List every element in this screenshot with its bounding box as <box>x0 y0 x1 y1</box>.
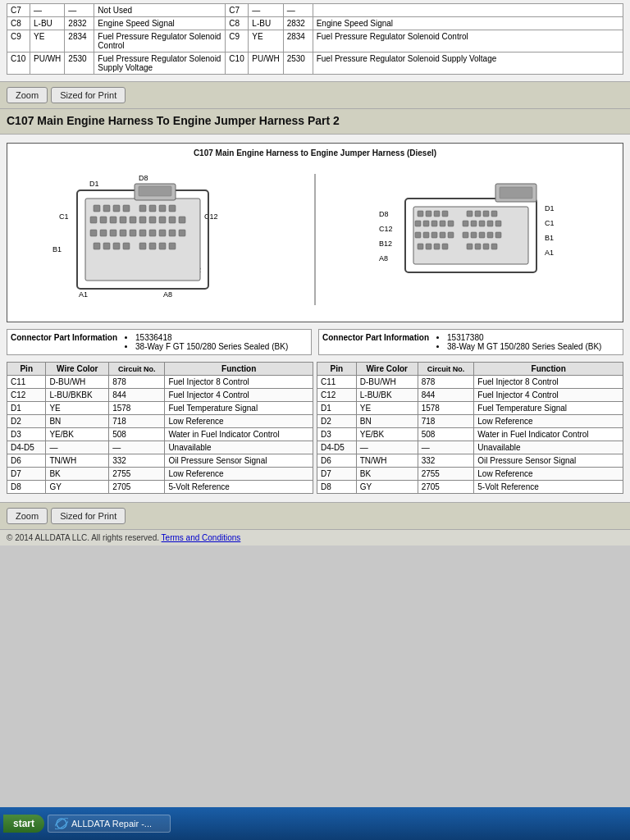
svg-rect-25 <box>159 217 166 223</box>
table-row: D6 TN/WH 332 Oil Pressure Sensor Signal <box>317 454 623 468</box>
svg-rect-18 <box>90 217 97 223</box>
svg-rect-33 <box>139 230 146 236</box>
circuit-header-left: Circuit No. <box>109 363 165 376</box>
top-table-section: C7 — — Not Used C7 — — C8 L-BU 2832 Engi… <box>0 0 630 82</box>
svg-rect-70 <box>448 221 454 226</box>
svg-text:B1: B1 <box>52 245 62 253</box>
svg-rect-15 <box>149 205 156 212</box>
terms-link[interactable]: Terms and Conditions <box>162 533 241 542</box>
svg-text:A8: A8 <box>163 290 172 299</box>
svg-rect-92 <box>483 244 489 249</box>
svg-rect-11 <box>103 205 110 212</box>
svg-rect-85 <box>495 232 501 238</box>
sized-for-print-button-top[interactable]: Sized for Print <box>51 87 126 103</box>
svg-rect-88 <box>434 244 440 249</box>
wire-color-header-left: Wire Color <box>46 363 109 376</box>
main-content: C107 Main Engine Harness to Engine Jumpe… <box>0 135 630 502</box>
svg-rect-78 <box>431 232 437 238</box>
svg-text:B12: B12 <box>379 240 392 248</box>
page-title: C107 Main Engine Harness To Engine Jumpe… <box>0 109 630 135</box>
svg-rect-42 <box>139 243 146 249</box>
svg-rect-14 <box>139 205 146 212</box>
left-data-table-container: Pin Wire Color Circuit No. Function C11 … <box>7 362 313 494</box>
circuit-header-right: Circuit No. <box>418 363 474 376</box>
svg-text:A8: A8 <box>379 254 388 262</box>
svg-rect-86 <box>418 244 423 249</box>
svg-rect-68 <box>431 221 437 226</box>
table-row: C7 — — Not Used C7 — — <box>7 4 623 17</box>
svg-rect-74 <box>487 221 493 226</box>
svg-rect-43 <box>149 243 156 249</box>
svg-text:C12: C12 <box>379 225 393 233</box>
svg-rect-64 <box>483 211 489 217</box>
svg-rect-38 <box>94 243 100 249</box>
svg-text:B1: B1 <box>545 234 554 242</box>
copyright-text: © 2014 ALLDATA LLC. All rights reserved. <box>7 533 159 542</box>
left-connector-diagram: D1 D8 C1 C12 B1 B12 A1 A8 <box>44 166 258 313</box>
svg-rect-75 <box>495 221 501 226</box>
svg-rect-77 <box>423 232 429 238</box>
svg-rect-16 <box>159 205 166 212</box>
svg-rect-60 <box>434 211 440 217</box>
left-connector-info: Connector Part Information 15336418 38-W… <box>7 329 312 355</box>
table-row: D6 TN/WH 332 Oil Pressure Sensor Signal <box>7 454 313 468</box>
svg-rect-72 <box>471 221 477 226</box>
svg-rect-41 <box>123 243 130 249</box>
svg-text:C12: C12 <box>204 212 218 221</box>
svg-rect-24 <box>149 217 156 223</box>
function-header-right: Function <box>474 363 623 376</box>
left-connector-info-list: 15336418 38-Way F GT 150/280 Series Seal… <box>124 333 288 351</box>
pin-header-right: Pin <box>317 363 357 376</box>
svg-rect-84 <box>487 232 493 238</box>
ie-taskbar-item[interactable]: ALLDATA Repair -... <box>48 815 171 833</box>
right-data-table: Pin Wire Color Circuit No. Function C11 … <box>317 362 623 494</box>
svg-rect-21 <box>120 217 126 223</box>
top-toolbar: Zoom Sized for Print <box>0 82 630 109</box>
right-connector-info: Connector Part Information 15317380 38-W… <box>318 329 623 355</box>
sized-for-print-button-bottom[interactable]: Sized for Print <box>51 508 126 524</box>
left-connector-info-label: Connector Part Information <box>11 333 117 351</box>
svg-rect-10 <box>94 205 100 212</box>
ie-icon <box>55 817 68 830</box>
svg-rect-12 <box>113 205 120 212</box>
bottom-toolbar: Zoom Sized for Print <box>0 502 630 530</box>
svg-rect-73 <box>479 221 485 226</box>
table-row: C11 D-BU/WH 878 Fuel Injector 8 Control <box>7 376 313 389</box>
two-col-tables: Pin Wire Color Circuit No. Function C11 … <box>7 362 623 494</box>
svg-rect-36 <box>169 230 176 236</box>
svg-rect-23 <box>139 217 146 223</box>
ie-label: ALLDATA Repair -... <box>71 819 152 829</box>
svg-rect-71 <box>463 221 468 226</box>
right-connector-info-label: Connector Part Information <box>322 333 429 351</box>
right-data-table-container: Pin Wire Color Circuit No. Function C11 … <box>317 362 623 494</box>
table-row: D8 GY 2705 5-Volt Reference <box>7 481 313 494</box>
svg-rect-17 <box>169 205 176 212</box>
svg-rect-20 <box>110 217 116 223</box>
right-connector-info-list: 15317380 38-Way M GT 150/280 Series Seal… <box>436 333 601 351</box>
table-row: D1 YE 1578 Fuel Temperature Signal <box>317 402 623 415</box>
connector-info-row: Connector Part Information 15336418 38-W… <box>7 329 623 355</box>
svg-rect-28 <box>90 230 97 236</box>
svg-text:A1: A1 <box>545 249 554 257</box>
svg-text:C1: C1 <box>545 219 555 227</box>
diagram-title: C107 Main Engine Harness to Engine Jumpe… <box>12 148 618 158</box>
zoom-button-bottom[interactable]: Zoom <box>7 508 48 524</box>
zoom-button-top[interactable]: Zoom <box>7 87 48 103</box>
svg-rect-90 <box>467 244 472 249</box>
footer: © 2014 ALLDATA LLC. All rights reserved.… <box>0 530 630 546</box>
function-header-left: Function <box>165 363 313 376</box>
left-data-table: Pin Wire Color Circuit No. Function C11 … <box>7 362 313 494</box>
table-header-row: Pin Wire Color Circuit No. Function <box>317 363 623 376</box>
table-header-row: Pin Wire Color Circuit No. Function <box>7 363 313 376</box>
diagram-content: D1 D8 C1 C12 B1 B12 A1 A8 <box>12 162 618 317</box>
svg-rect-19 <box>100 217 107 223</box>
right-connector-svg: D8 C12 B12 A8 D1 C1 B1 A1 <box>372 166 586 313</box>
svg-rect-47 <box>139 186 171 196</box>
right-connector-diagram: D8 C12 B12 A8 D1 C1 B1 A1 <box>372 166 586 313</box>
table-row: D7 BK 2755 Low Reference <box>7 468 313 481</box>
svg-text:D1: D1 <box>545 204 555 212</box>
start-button[interactable]: start <box>3 815 44 833</box>
svg-rect-63 <box>475 211 481 217</box>
svg-rect-87 <box>426 244 431 249</box>
diagram-divider <box>314 174 316 305</box>
